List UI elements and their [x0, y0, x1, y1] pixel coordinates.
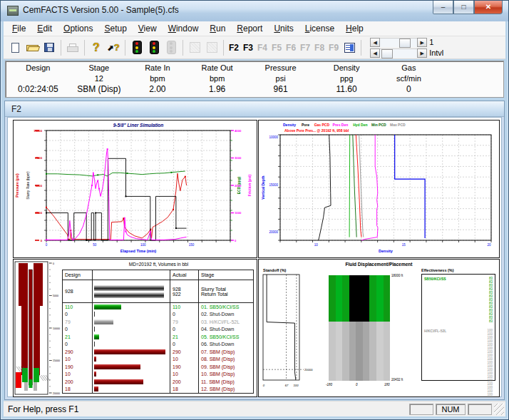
svg-text:Elapsed Time (min): Elapsed Time (min) — [120, 249, 156, 253]
scroll-right-arrow[interactable]: ▶ — [417, 38, 427, 47]
gauge-design: Design0:02:24:05 — [6, 61, 71, 97]
close-button[interactable]: ✕ — [474, 1, 503, 14]
stage-bar — [94, 379, 143, 384]
maximize-button[interactable]: □ — [453, 1, 474, 14]
scroll-track[interactable] — [380, 48, 417, 58]
new-file-button[interactable] — [6, 39, 24, 56]
svg-text:20000: 20000 — [269, 230, 278, 234]
fkey-button-f4[interactable]: F4 — [255, 43, 269, 53]
svg-text:15000: 15000 — [53, 359, 60, 362]
svg-text:Density: Density — [379, 249, 394, 253]
save-button[interactable] — [41, 39, 58, 56]
svg-text:50: 50 — [93, 243, 97, 247]
status-cell-num: NUM — [436, 404, 466, 415]
svg-text:Gas PCD: Gas PCD — [314, 123, 330, 127]
menu-item-run[interactable]: Run — [204, 22, 231, 35]
svg-text:150: 150 — [189, 243, 195, 247]
liner-simulation-chart: 9-5/8" Liner SimulationPressure (psi)Slu… — [13, 120, 257, 258]
status-cell-scrl — [468, 404, 492, 415]
menu-item-help[interactable]: Help — [340, 22, 369, 35]
menu-item-view[interactable]: View — [133, 22, 163, 35]
fkey-button-f9[interactable]: F9 — [327, 43, 341, 53]
open-file-button[interactable] — [24, 39, 41, 56]
svg-text:9-5/8" Liner Simulation: 9-5/8" Liner Simulation — [113, 123, 164, 128]
volumes-row: 0004. Shut-Down — [63, 326, 253, 334]
menu-item-report[interactable]: Report — [231, 22, 268, 35]
svg-text:4000: 4000 — [235, 129, 242, 133]
svg-text:10000: 10000 — [269, 135, 278, 139]
dither-square-icon — [207, 42, 217, 53]
svg-text:Min PCD: Min PCD — [371, 123, 386, 127]
scroll-left-arrow[interactable]: ◀ — [370, 38, 380, 47]
menu-item-options[interactable]: Options — [58, 22, 98, 35]
displacement-bands — [329, 275, 390, 381]
stage-bar — [94, 372, 96, 377]
fkey-button-f7[interactable]: F7 — [298, 43, 312, 53]
svg-text:20000: 20000 — [304, 368, 313, 372]
menu-item-units[interactable]: Units — [268, 22, 299, 35]
context-help-icon: ⬈? — [107, 42, 119, 53]
effectiveness-values: 83838383838383838383838383 — [489, 277, 493, 323]
scroll-thumb[interactable] — [381, 49, 393, 58]
svg-text:Pres Den: Pres Den — [333, 123, 349, 127]
svg-text:15: 15 — [402, 243, 406, 247]
svg-text:Slurry Rate (bpm): Slurry Rate (bpm) — [26, 171, 30, 200]
svg-text:15000: 15000 — [269, 183, 278, 187]
dither-square-icon — [190, 42, 200, 53]
run-step-button[interactable] — [145, 39, 163, 56]
stage-bar — [94, 319, 113, 324]
gauge-pressure: Pressurepsi961 — [247, 61, 314, 97]
report-view-button[interactable] — [341, 39, 358, 56]
toolbar: ? ⬈? F2F3F4F5F6F7F8F9 ◀ ▶ 1 ◀ ▶ Intvl — [4, 36, 505, 59]
about-help-button[interactable]: ? — [88, 39, 105, 56]
fluid-name: H/KCl/FL-52L — [424, 329, 446, 333]
run-simulation-button[interactable] — [128, 39, 145, 56]
scroll-track[interactable] — [380, 38, 417, 47]
menu-item-file[interactable]: File — [6, 22, 31, 35]
svg-text:10000: 10000 — [53, 327, 60, 330]
interval-scroll-group: ◀ ▶ 1 ◀ ▶ Intvl — [370, 37, 443, 58]
volumes-row: 797903. H/KCl/FL-52L — [63, 318, 253, 326]
volumes-row: 20020011. SBM (Disp) — [63, 378, 253, 386]
title-bar[interactable]: CemFACTS Version 5.00 - Sample(5).cfs – … — [1, 1, 508, 21]
volumes-row: 0006. Shut-Down — [63, 341, 253, 349]
minimize-button[interactable]: – — [433, 1, 453, 14]
svg-text:20000: 20000 — [53, 392, 60, 395]
total-bar — [94, 285, 164, 291]
volumes-row: 19019009. SBM (Disp) — [63, 363, 253, 371]
scroll-right-arrow[interactable]: ▶ — [417, 48, 427, 58]
menu-item-edit[interactable]: Edit — [31, 22, 58, 35]
stop-simulation-button[interactable] — [163, 39, 180, 56]
volumes-table-title: MD=20192 ft, Volumes in bbl — [61, 260, 257, 269]
stage-bar — [94, 357, 96, 362]
fluid-name: SB50/KCl/SS — [424, 277, 446, 281]
gauge-rate-out: Rate Outbpm1.96 — [187, 61, 247, 97]
resize-grip[interactable] — [494, 404, 504, 415]
child-title-bar[interactable]: F2 — [5, 101, 504, 117]
print-button[interactable] — [64, 39, 81, 56]
liner-sim-svg: 9-5/8" Liner SimulationPressure (psi)Slu… — [14, 121, 257, 257]
svg-text:100: 100 — [140, 243, 146, 247]
total-bar — [94, 292, 164, 298]
fkey-button-f5[interactable]: F5 — [269, 43, 284, 53]
fkey-button-f3[interactable]: F3 — [241, 43, 255, 53]
bands-bottom-depth: 20432 ft — [391, 378, 403, 381]
menu-item-setup[interactable]: Setup — [98, 22, 132, 35]
svg-text:0: 0 — [46, 243, 48, 247]
context-help-button[interactable]: ⬈? — [105, 39, 122, 56]
volumes-row: 0002. Shut-Down — [63, 311, 253, 319]
grid-view-button-1[interactable] — [186, 39, 203, 56]
svg-text:0: 0 — [263, 384, 265, 387]
scroll-left-arrow[interactable]: ◀ — [370, 48, 380, 58]
svg-text:0: 0 — [41, 239, 43, 242]
fkey-button-f2[interactable]: F2 — [227, 43, 241, 53]
menu-item-window[interactable]: Window — [163, 22, 205, 35]
grid-view-button-2[interactable] — [203, 39, 220, 56]
menu-item-license[interactable]: License — [299, 22, 340, 35]
fkey-button-f6[interactable]: F6 — [284, 43, 298, 53]
scroll-thumb[interactable] — [399, 39, 411, 48]
menu-bar: FileEditOptionsSetupViewWindowRunReportU… — [4, 21, 505, 36]
fkey-button-f8[interactable]: F8 — [312, 43, 327, 53]
report-list-icon — [344, 43, 355, 53]
svg-text:Above Pore Pres... @ 20192 ft,: Above Pore Pres... @ 20192 ft, 958 bbl — [284, 128, 349, 133]
